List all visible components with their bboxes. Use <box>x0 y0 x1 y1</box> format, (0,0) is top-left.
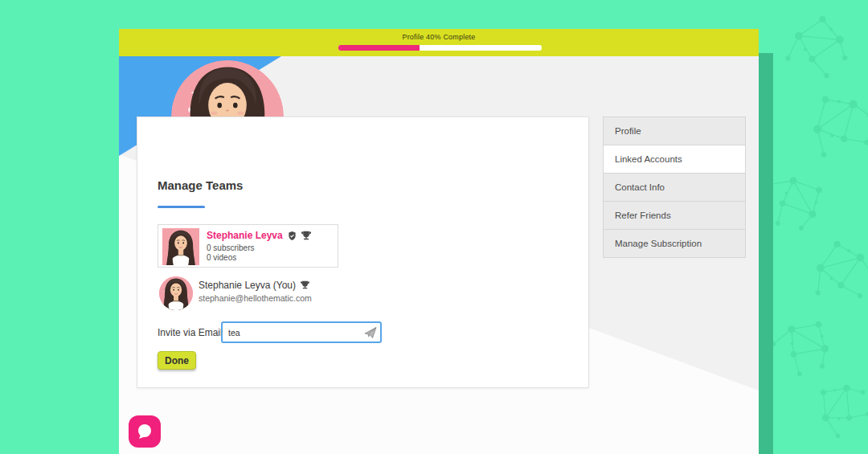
team-videos: 0 videos <box>207 253 236 262</box>
app-window: Profile 40% Complete Manage Teams Stepha… <box>119 29 759 454</box>
paper-plane-icon[interactable] <box>364 326 377 339</box>
constellation-pattern <box>772 313 836 378</box>
constellation-pattern <box>764 169 828 233</box>
tab-refer-friends[interactable]: Refer Friends <box>604 202 745 230</box>
tab-manage-subscription[interactable]: Manage Subscription <box>604 230 745 258</box>
team-subscribers: 0 subscribers <box>207 243 254 252</box>
team-list-item[interactable]: Stephanie Leyva 0 subscribers 0 videos <box>158 224 338 268</box>
page-title: Manage Teams <box>158 178 243 192</box>
member-email: stephanie@hellothematic.com <box>199 293 312 303</box>
member-name: Stephanie Leyva (You) <box>199 280 296 291</box>
team-name: Stephanie Leyva <box>207 230 283 241</box>
progress-label: Profile 40% Complete <box>278 33 600 41</box>
invite-email-input[interactable] <box>221 321 382 343</box>
chat-bubble-icon <box>135 422 154 441</box>
constellation-pattern <box>804 88 868 161</box>
manage-teams-card: Manage Teams Stephanie Leyva 0 subscribe… <box>137 117 589 388</box>
trophy-icon <box>301 231 311 243</box>
member-avatar <box>159 276 193 310</box>
chat-widget-button[interactable] <box>129 415 161 448</box>
progress-bar-track <box>338 45 542 51</box>
tab-linked-accounts[interactable]: Linked Accounts <box>604 145 745 174</box>
tab-profile[interactable]: Profile <box>604 117 745 145</box>
heading-underline <box>158 206 205 208</box>
team-thumbnail <box>162 228 199 265</box>
window-drop-shadow <box>759 53 773 454</box>
page-background: Profile 40% Complete Manage Teams Stepha… <box>0 0 868 454</box>
settings-tab-list: Profile Linked Accounts Contact Info Ref… <box>603 117 746 258</box>
verified-shield-icon <box>288 231 297 243</box>
profile-progress-header: Profile 40% Complete <box>119 29 759 56</box>
constellation-pattern <box>784 12 852 80</box>
trophy-icon <box>301 280 309 292</box>
tab-contact-info[interactable]: Contact Info <box>604 174 745 202</box>
done-button[interactable]: Done <box>158 351 196 370</box>
constellation-pattern <box>812 378 868 438</box>
invite-email-label: Invite via Email: <box>158 327 225 338</box>
progress-fill <box>338 45 420 51</box>
constellation-pattern <box>808 237 868 305</box>
